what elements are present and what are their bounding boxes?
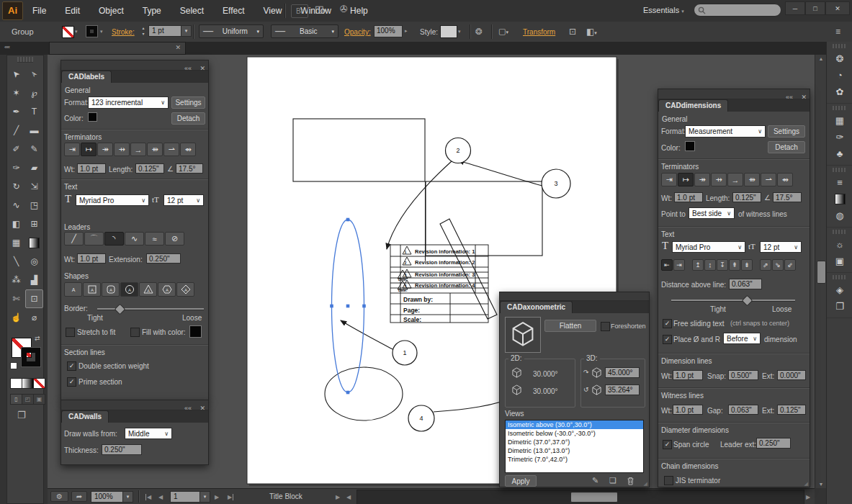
- format-dropdown[interactable]: Measurement∨: [685, 125, 766, 138]
- shape-diamond-button[interactable]: A: [176, 282, 194, 297]
- text-position-2-2-button[interactable]: ⇙: [784, 259, 796, 271]
- witness-line-weight-field[interactable]: 1.0 pt: [673, 405, 703, 415]
- opacity-link[interactable]: Opacity:: [344, 28, 371, 36]
- opacity-spinner-icon[interactable]: ▸: [405, 28, 408, 34]
- document-close-icon[interactable]: ✕: [175, 44, 181, 51]
- blob-brush-tool[interactable]: ✑: [7, 158, 25, 177]
- format-dropdown[interactable]: 123 incremental∨: [88, 96, 169, 109]
- scale-tool[interactable]: ⇲: [25, 177, 43, 196]
- panel-collapse-icon[interactable]: ««: [184, 405, 192, 412]
- foreshorten-checkbox[interactable]: [601, 322, 610, 331]
- magic-wand-tool[interactable]: ✶: [7, 84, 25, 102]
- prime-section-checkbox[interactable]: ✓: [67, 377, 76, 387]
- toolbar-grip[interactable]: [17, 57, 33, 63]
- terminator-length-field[interactable]: 0.125": [732, 192, 761, 202]
- scroll-down-icon[interactable]: ▼: [815, 482, 827, 487]
- stroke-color-indicator[interactable]: [22, 348, 40, 366]
- select-similar-icon[interactable]: ▢▾: [498, 27, 508, 36]
- previous-artboard-icon[interactable]: ◀: [158, 494, 163, 500]
- draw-behind-button[interactable]: ◰: [22, 394, 34, 405]
- draw-normal-button[interactable]: ▯: [10, 394, 22, 405]
- width-profile-dropdown[interactable]: ──Uniform▾: [199, 24, 264, 38]
- stroke-panel-icon[interactable]: ≡: [827, 174, 852, 191]
- lasso-tool[interactable]: ℘: [25, 84, 43, 102]
- view-item[interactable]: Isometric above (30.0°,30.0°): [506, 420, 643, 429]
- stroke-chevron-icon[interactable]: ▾: [100, 29, 103, 35]
- point-to-dropdown[interactable]: Best side∨: [689, 207, 735, 219]
- draw-inside-button[interactable]: ▣: [33, 394, 45, 405]
- artboards-panel-icon[interactable]: ❐: [827, 298, 852, 315]
- layers-panel-icon[interactable]: ◈: [827, 282, 852, 298]
- swap-fill-stroke-icon[interactable]: ⇄: [35, 335, 40, 342]
- shape-hexagon-button[interactable]: A: [158, 282, 176, 297]
- status-menu-icon[interactable]: ▶: [336, 494, 340, 500]
- text-position-1-1-button[interactable]: ↨: [704, 259, 716, 271]
- stroke-swatch[interactable]: [86, 26, 97, 37]
- text-position-2-1-button[interactable]: ⇘: [772, 259, 784, 271]
- cadwalls-tab[interactable]: CADwalls: [61, 410, 109, 423]
- terminator-style-2-button[interactable]: ↦: [678, 173, 694, 186]
- panel-close-icon[interactable]: ✕: [199, 405, 205, 412]
- terminator-style-7-button[interactable]: ⇀: [761, 173, 776, 186]
- default-colors-icon[interactable]: [10, 362, 17, 369]
- place-diameter-checkbox[interactable]: ✓: [663, 335, 672, 344]
- horizontal-scroll-thumb[interactable]: [570, 492, 618, 503]
- graphic-styles-panel-icon[interactable]: ▣: [827, 253, 852, 269]
- shape-rounded-button[interactable]: A: [102, 282, 120, 297]
- artboard-tool[interactable]: ⊡: [25, 289, 43, 308]
- text-position-0-0-button[interactable]: ⇤: [661, 259, 673, 271]
- free-sliding-text-checkbox[interactable]: ✓: [663, 319, 672, 328]
- views-list[interactable]: Isometric above (30.0°,30.0°) Isometric …: [505, 420, 644, 473]
- flatten-button[interactable]: Flatten: [544, 320, 596, 332]
- workspace-switcher[interactable]: Essentials ▾: [643, 6, 684, 14]
- swatches-panel-icon[interactable]: ▦: [827, 112, 852, 129]
- dock-grip[interactable]: [833, 44, 847, 48]
- horizontal-scrollbar[interactable]: [357, 490, 804, 504]
- toolbar-collapse-icon[interactable]: ««: [4, 44, 9, 50]
- edit-view-icon[interactable]: ✎: [592, 476, 598, 485]
- detach-button[interactable]: Detach: [171, 112, 205, 125]
- symbol-sprayer-tool[interactable]: ⁂: [7, 271, 25, 289]
- menu-select[interactable]: Select: [171, 0, 213, 22]
- settings-button[interactable]: Settings: [171, 96, 205, 109]
- caddimensions-tab[interactable]: CADdimensions: [658, 99, 728, 112]
- eyedropper-tool[interactable]: ╲: [7, 252, 25, 271]
- menu-effect[interactable]: Effect: [213, 0, 254, 22]
- border-slider[interactable]: [97, 308, 204, 310]
- terminator-style-8-button[interactable]: ⇴: [180, 143, 196, 156]
- place-position-dropdown[interactable]: Before∨: [723, 333, 761, 344]
- span-circle-checkbox[interactable]: ✓: [663, 440, 672, 449]
- distance-above-line-field[interactable]: 0.063": [729, 279, 762, 289]
- transparency-panel-icon[interactable]: ◍: [827, 207, 852, 224]
- dock-grip[interactable]: [833, 275, 847, 279]
- zoom-level-field[interactable]: 100% ▾: [91, 491, 133, 503]
- terminator-weight-field[interactable]: 1.0 pt: [674, 192, 703, 202]
- brushes-panel-icon[interactable]: ✑: [827, 129, 852, 145]
- panel-close-icon[interactable]: ✕: [801, 94, 807, 101]
- pencil-tool[interactable]: ✎: [25, 140, 43, 158]
- terminator-style-1-button[interactable]: ⇥: [661, 173, 677, 186]
- type-tool[interactable]: T: [25, 102, 43, 121]
- free-transform-tool[interactable]: ◳: [25, 196, 43, 215]
- leader-style-3-button[interactable]: ◝: [104, 232, 124, 246]
- stretch-to-fit-checkbox[interactable]: [66, 328, 75, 337]
- paintbrush-tool[interactable]: ✐: [7, 140, 25, 158]
- shape-none-button[interactable]: A: [64, 282, 82, 297]
- leader-ext-field[interactable]: 0.250": [756, 438, 791, 449]
- status-gear-icon[interactable]: ⚙: [50, 491, 68, 502]
- gradient-panel-icon[interactable]: [827, 191, 852, 207]
- sync-settings-icon[interactable]: ✇: [340, 4, 348, 14]
- fill-swatch[interactable]: [62, 26, 74, 38]
- menu-type[interactable]: Type: [133, 0, 171, 22]
- extension-field[interactable]: 0.250": [146, 253, 181, 264]
- dock-grip[interactable]: [833, 230, 847, 234]
- stroke-weight-stepper[interactable]: ▴▾: [140, 25, 147, 37]
- dimension-color-swatch[interactable]: [685, 141, 695, 151]
- leader-style-1-button[interactable]: ╱: [64, 232, 84, 246]
- dimension-line-weight-field[interactable]: 1.0 pt: [673, 370, 703, 380]
- direct-selection-tool[interactable]: ➢: [25, 65, 43, 84]
- cadaxonometric-tab[interactable]: CADaxonometric: [500, 301, 573, 313]
- text-position-1-4-button[interactable]: ⇟: [741, 259, 753, 271]
- border-slider-thumb[interactable]: [115, 304, 126, 315]
- terminator-style-1-button[interactable]: ⇥: [64, 143, 80, 156]
